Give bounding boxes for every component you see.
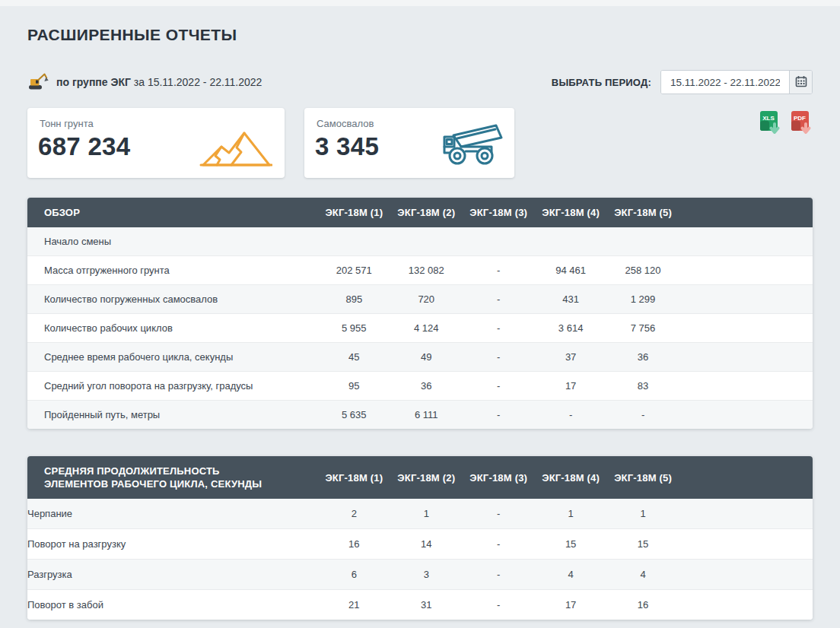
filler-cell [679,590,813,620]
row-label: Начало смены [27,227,318,256]
period-input-group [660,70,813,94]
table-row: Поворот на разгрузку1614-1515 [27,529,813,560]
cell-value: - [607,401,679,430]
cell-value: - [463,590,535,620]
cell-value: - [463,372,535,401]
row-label: Количество погруженных самосвалов [27,285,318,314]
mountain-icon [199,127,272,171]
cell-value: 31 [390,590,463,620]
filler-cell [679,314,813,343]
table-row: Количество рабочих циклов5 9554 124-3 61… [27,314,813,343]
calendar-button[interactable] [789,71,812,94]
cell-value: 1 299 [607,285,679,314]
cell-value: 258 120 [607,256,679,285]
cell-value: - [463,314,535,343]
row-label: Поворот в забой [27,590,318,620]
cell-value: 5 955 [318,314,390,343]
export-xls-button[interactable]: XLS [759,110,781,136]
filler-cell [679,499,813,529]
report-subtitle: по группе ЭКГ за 15.11.2022 - 22.11.2022 [27,72,262,93]
cell-value: 6 [318,560,390,590]
cell-value: 431 [535,285,607,314]
table-title: ОБЗОР [27,198,318,227]
row-label: Масса отгруженного грунта [27,256,318,285]
cell-value: 132 082 [390,256,463,285]
cell-value: - [463,343,535,372]
column-header: ЭКГ-18М (4) [535,198,607,227]
stat-card-tons: Тонн грунта 687 234 [27,108,285,178]
cell-value: 7 756 [607,314,679,343]
filler-cell [679,372,813,401]
cell-value: 14 [390,529,463,560]
cell-value: - [463,401,535,430]
top-strip [0,0,840,6]
stat-cards-row: Тонн грунта 687 234 Самосвалов 3 345 [27,108,813,178]
cell-value: 17 [535,372,607,401]
cell-value [535,227,607,256]
calendar-icon [795,75,807,90]
column-header: ЭКГ-18М (4) [535,456,607,499]
column-header: ЭКГ-18М (2) [390,456,463,499]
subtitle-group: по группе ЭКГ [56,76,131,88]
stat-value: 687 234 [38,132,130,161]
cell-value: 45 [318,343,390,372]
dump-truck-icon [435,119,505,170]
period-selector: ВЫБРАТЬ ПЕРИОД: [552,70,813,94]
subtitle-row: по группе ЭКГ за 15.11.2022 - 22.11.2022… [27,70,813,94]
cell-value: 95 [318,372,390,401]
cell-value: 1 [535,499,607,529]
cell-value: 49 [390,343,463,372]
stat-label: Тонн грунта [40,118,94,129]
filler-cell [679,227,813,256]
cycle-duration-table: СРЕДНЯЯ ПРОДОЛЖИТЕЛЬНОСТЬЭЛЕМЕНТОВ РАБОЧ… [27,456,813,620]
cell-value: - [463,560,535,590]
table-row: Пройденный путь, метры5 6356 111--- [27,401,813,430]
cell-value: 6 111 [390,401,463,430]
stat-value: 3 345 [315,132,379,161]
subtitle-text: по группе ЭКГ за 15.11.2022 - 22.11.2022 [56,76,262,88]
filler-cell [679,256,813,285]
xls-label: XLS [762,115,775,122]
cell-value: 3 [390,560,463,590]
page-title: РАСШИРЕННЫЕ ОТЧЕТЫ [27,26,813,44]
period-input[interactable] [661,71,789,94]
filler-cell [679,529,813,560]
cell-value: 720 [390,285,463,314]
column-header: ЭКГ-18М (5) [607,198,679,227]
cell-value: 17 [535,590,607,620]
cycle-duration-table-card: СРЕДНЯЯ ПРОДОЛЖИТЕЛЬНОСТЬЭЛЕМЕНТОВ РАБОЧ… [27,456,813,620]
table-row: Среднее время рабочего цикла, секунды454… [27,343,813,372]
column-header: ЭКГ-18М (1) [318,456,390,499]
stat-label: Самосвалов [317,118,374,129]
column-header: ЭКГ-18М (2) [390,198,463,227]
export-buttons: XLS PDF [759,108,813,136]
cell-value: 1 [390,499,463,529]
cell-value: - [463,256,535,285]
row-label: Количество рабочих циклов [27,314,318,343]
cell-value: 895 [318,285,390,314]
table-row: Масса отгруженного грунта202 571132 082-… [27,256,813,285]
column-header: ЭКГ-18М (1) [318,198,390,227]
cell-value: - [535,401,607,430]
filler-cell [679,285,813,314]
export-pdf-button[interactable]: PDF [790,110,813,136]
cell-value: 16 [607,590,679,620]
cell-value: 4 124 [390,314,463,343]
cell-value: 4 [607,560,679,590]
cell-value [318,227,390,256]
column-header: ЭКГ-18М (5) [607,456,679,499]
cell-value: 1 [607,499,679,529]
table-row: Количество погруженных самосвалов895720-… [27,285,813,314]
cell-value: 36 [607,343,679,372]
filler-cell [679,401,813,430]
row-label: Средний угол поворота на разгрузку, град… [27,372,318,401]
header-filler [679,198,813,227]
cell-value: 5 635 [318,401,390,430]
table-row: Поворот в забой2131-1716 [27,590,813,620]
cell-value [607,227,679,256]
table-header-row: ОБЗОРЭКГ-18М (1)ЭКГ-18М (2)ЭКГ-18М (3)ЭК… [27,198,813,227]
cell-value: 83 [607,372,679,401]
row-label: Черпание [27,499,318,529]
cell-value: - [463,529,535,560]
filler-cell [679,560,813,590]
